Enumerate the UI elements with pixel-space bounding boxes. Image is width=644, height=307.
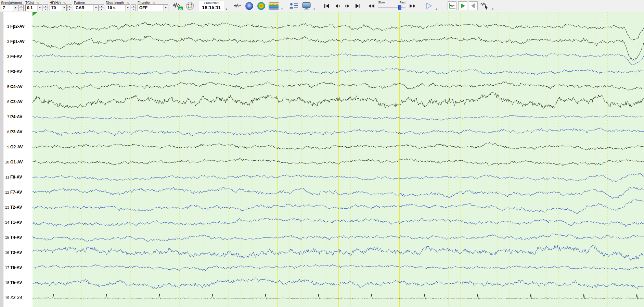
speed-fast-label: Fast — [399, 1, 405, 4]
electrode-map-icon — [185, 1, 194, 10]
favorite-select[interactable]: OFF ▾ — [138, 4, 168, 11]
spin-up-icon[interactable]: ▲ — [67, 4, 72, 8]
video-button[interactable] — [301, 1, 312, 11]
disp-length-value: 10 s — [106, 5, 125, 10]
chevron-down-icon[interactable]: ▾ — [37, 5, 42, 11]
dsa-trend-button[interactable] — [268, 1, 280, 11]
channel-number: 16 — [3, 250, 9, 255]
sensitivity-value: 7 — [1, 5, 13, 10]
spin-up-icon[interactable]: ▲ — [18, 4, 24, 8]
step-back-icon — [334, 3, 340, 9]
chevron-down-icon[interactable]: ▾ — [225, 8, 228, 11]
spin-down-icon[interactable]: ▼ — [67, 8, 72, 11]
datetime-display[interactable]: 21/02/2026 18:15:11 — [199, 1, 224, 11]
start-review-button[interactable] — [458, 1, 467, 10]
channel-row[interactable]: 18T5-AV — [3, 280, 33, 285]
channel-row[interactable]: 14T1-AV — [3, 220, 33, 225]
hf-spinner[interactable]: ▲ ▼ — [67, 4, 72, 11]
channel-row[interactable]: 19X3-X4 — [3, 295, 33, 300]
pattern-spinner[interactable]: ▲ ▼ — [99, 4, 104, 11]
montage-map-button[interactable] — [185, 1, 195, 11]
trend-waveform-button[interactable] — [233, 1, 242, 10]
sensitivity-select[interactable]: 7 ▾ — [1, 4, 18, 11]
channel-row[interactable]: 16T3-AV — [3, 250, 33, 255]
rewind-button[interactable] — [366, 1, 376, 10]
channel-row[interactable]: 10O1-AV — [3, 159, 33, 165]
pattern-value: CAR — [74, 5, 93, 10]
skip-first-button[interactable] — [322, 1, 332, 10]
left-scroll-strip[interactable] — [0, 12, 3, 307]
ctrl-time-constant: TC(s) ✎ 0.1 ▾ ▲ ▼ — [25, 0, 48, 12]
chevron-down-icon[interactable]: ▾ — [13, 5, 18, 11]
channel-label-column: 1Fp2-AV2Fp1-AV3F4-AV4F3-AV5C4-AV6C3-AV7P… — [3, 12, 33, 307]
spin-up-icon[interactable]: ▲ — [43, 4, 48, 8]
channel-row[interactable]: 15T4-AV — [3, 235, 33, 240]
speed-slider-handle[interactable] — [398, 5, 401, 10]
hf-select[interactable]: 70 ▾ — [50, 4, 67, 11]
eeg-traces-canvas[interactable] — [33, 12, 644, 307]
disp-length-select[interactable]: 10 s ▾ — [106, 4, 130, 11]
channel-row[interactable]: 6C3-AV — [3, 99, 33, 105]
step-back-button[interactable] — [332, 1, 342, 10]
channel-row[interactable]: 4F3-AV — [3, 69, 33, 74]
channel-row[interactable]: 9O2-AV — [3, 144, 33, 150]
channel-label: F8-AV — [10, 175, 22, 180]
channel-row[interactable]: 5C4-AV — [3, 84, 33, 89]
spin-down-icon[interactable]: ▼ — [43, 8, 48, 11]
pattern-select[interactable]: CAR ▾ — [74, 4, 99, 11]
channel-row[interactable]: 17T6-AV — [3, 265, 33, 270]
play-button[interactable] — [424, 1, 434, 11]
back-page-button[interactable] — [469, 1, 478, 10]
skip-first-icon — [324, 3, 330, 9]
chevron-down-icon[interactable]: ▾ — [491, 8, 494, 11]
green-play-icon — [459, 2, 466, 9]
chevron-down-icon[interactable]: ▾ — [163, 5, 168, 11]
fast-forward-icon — [409, 3, 416, 9]
channel-row[interactable]: 11F8-AV — [3, 174, 33, 180]
channel-row[interactable]: 3F4-AV — [3, 54, 33, 59]
skip-last-button[interactable] — [352, 1, 363, 10]
ctrl-sensitivity: Sens(uV/mm) 7 ▾ ▲ ▼ — [1, 0, 24, 12]
channel-row[interactable]: 2Fp1-AV — [3, 39, 33, 44]
step-forward-button[interactable] — [342, 1, 352, 10]
trend-panel-button[interactable] — [448, 1, 456, 10]
channel-row[interactable]: 7P4-AV — [3, 114, 33, 120]
wave-tools-button[interactable] — [479, 1, 490, 11]
skip-last-icon — [355, 3, 361, 9]
sensitivity-spinner[interactable]: ▲ ▼ — [18, 4, 24, 11]
brain-map-button[interactable] — [244, 1, 254, 11]
brain-map-icon — [245, 2, 254, 10]
spin-up-icon[interactable]: ▲ — [99, 4, 104, 8]
spin-up-icon[interactable]: ▲ — [131, 4, 136, 8]
spin-down-icon[interactable]: ▼ — [18, 8, 24, 11]
spin-down-icon[interactable]: ▼ — [131, 8, 136, 11]
patient-info-button[interactable] — [288, 1, 299, 11]
channel-label: T2-AV — [10, 205, 22, 210]
fast-forward-button[interactable] — [407, 1, 417, 10]
chevron-down-icon[interactable]: ▾ — [62, 5, 66, 11]
chevron-down-icon[interactable]: ▾ — [125, 5, 130, 11]
waveform-sd-button[interactable]: SD — [172, 1, 183, 11]
trend-waveform-icon — [234, 3, 241, 9]
channel-row[interactable]: 1Fp2-AV — [3, 24, 33, 29]
play-icon — [425, 2, 433, 10]
channel-label: T1-AV — [10, 220, 22, 225]
topo-map-color-button[interactable] — [256, 1, 266, 11]
spin-down-icon[interactable]: ▼ — [99, 8, 104, 11]
channel-label: P4-AV — [10, 114, 22, 119]
channel-row[interactable]: 13T2-AV — [3, 205, 33, 210]
chevron-down-icon[interactable]: ▾ — [281, 8, 283, 11]
channel-number: 4 — [3, 70, 9, 74]
chevron-down-icon[interactable]: ▾ — [313, 8, 315, 11]
chevron-down-icon[interactable]: ▾ — [93, 5, 98, 11]
channel-row[interactable]: 12F7-AV — [3, 189, 33, 195]
tc-select[interactable]: 0.1 ▾ — [25, 4, 42, 11]
disp-length-spinner[interactable]: ▲ ▼ — [131, 4, 136, 11]
speed-slider[interactable]: Slow Fast — [377, 1, 407, 11]
gray-back-icon — [470, 2, 477, 9]
channel-row[interactable]: 8P3-AV — [3, 129, 33, 135]
speed-slider-track[interactable] — [378, 7, 405, 8]
chevron-down-icon[interactable]: ▾ — [435, 8, 438, 11]
tc-spinner[interactable]: ▲ ▼ — [43, 4, 48, 11]
channel-label: T5-AV — [10, 280, 22, 285]
